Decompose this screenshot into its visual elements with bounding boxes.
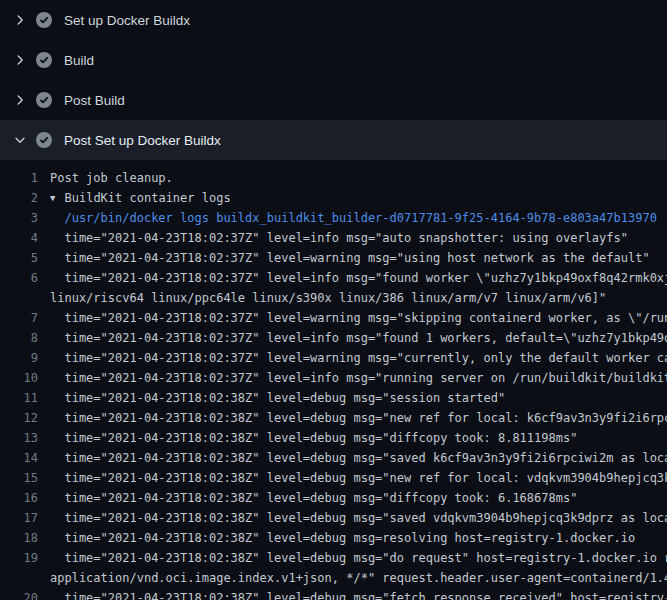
log-line-text: time="2021-04-23T18:02:38Z" level=debug … (50, 448, 667, 468)
step-row-set-up-docker-buildx[interactable]: Set up Docker Buildx (0, 0, 667, 40)
log-area: 1 Post job cleanup. 2 ▼BuildKit containe… (0, 160, 667, 600)
log-line-text: time="2021-04-23T18:02:37Z" level=info m… (50, 268, 667, 288)
log-line-number[interactable]: 2 (0, 188, 38, 208)
log-line-content: time="2021-04-23T18:02:37Z" level=warnin… (50, 311, 667, 325)
log-line: 7 time="2021-04-23T18:02:37Z" level=warn… (0, 308, 667, 328)
chevron-icon (12, 12, 28, 28)
log-line-number[interactable]: 4 (0, 228, 38, 248)
log-line-text: time="2021-04-23T18:02:37Z" level=info m… (50, 328, 667, 348)
chevron-icon (12, 52, 28, 68)
log-line-content: time="2021-04-23T18:02:38Z" level=debug … (50, 471, 667, 485)
log-line-number[interactable]: 14 (0, 448, 38, 468)
log-line-number[interactable]: 13 (0, 428, 38, 448)
log-line-text: time="2021-04-23T18:02:38Z" level=debug … (50, 428, 577, 448)
chevron-icon (12, 132, 28, 148)
log-line-text: /usr/bin/docker logs buildx_buildkit_bui… (50, 208, 657, 228)
check-circle-icon (36, 52, 52, 68)
log-line-number[interactable]: 18 (0, 528, 38, 548)
log-line-number[interactable]: 16 (0, 488, 38, 508)
log-line: 10 time="2021-04-23T18:02:37Z" level=inf… (0, 368, 667, 388)
log-line-content: time="2021-04-23T18:02:38Z" level=debug … (50, 531, 635, 545)
log-line: 16 time="2021-04-23T18:02:38Z" level=deb… (0, 488, 667, 508)
actions-log-viewer: Set up Docker Buildx Build (0, 0, 667, 600)
log-line-content: time="2021-04-23T18:02:37Z" level=info m… (50, 231, 628, 245)
log-line-number[interactable]: 10 (0, 368, 38, 388)
log-line: 20 time="2021-04-23T18:02:38Z" level=deb… (0, 588, 667, 600)
log-line-number[interactable]: 3 (0, 208, 38, 228)
log-line-content: time="2021-04-23T18:02:38Z" level=debug … (50, 411, 667, 425)
log-line-text: application/vnd.oci.image.index.v1+json,… (50, 568, 667, 588)
log-line: 1 Post job cleanup. (0, 168, 667, 188)
log-line: 3 /usr/bin/docker logs buildx_buildkit_b… (0, 208, 667, 228)
step-title: Build (64, 53, 94, 68)
log-line: application/vnd.oci.image.index.v1+json,… (0, 568, 667, 588)
log-line-number[interactable]: 17 (0, 508, 38, 528)
log-line-content: time="2021-04-23T18:02:38Z" level=debug … (50, 511, 667, 525)
check-circle-icon (36, 92, 52, 108)
log-line-content: time="2021-04-23T18:02:37Z" level=warnin… (50, 351, 667, 365)
log-line-text: Post job cleanup. (50, 168, 173, 188)
log-line-content: time="2021-04-23T18:02:38Z" level=debug … (50, 591, 667, 600)
log-line: 13 time="2021-04-23T18:02:38Z" level=deb… (0, 428, 667, 448)
log-line-content: linux/riscv64 linux/ppc64le linux/s390x … (50, 291, 606, 305)
log-line-text: time="2021-04-23T18:02:37Z" level=warnin… (50, 308, 667, 328)
log-line: 8 time="2021-04-23T18:02:37Z" level=info… (0, 328, 667, 348)
log-line-content: time="2021-04-23T18:02:38Z" level=debug … (50, 491, 577, 505)
log-line-text: time="2021-04-23T18:02:38Z" level=debug … (50, 488, 577, 508)
log-line-text: time="2021-04-23T18:02:37Z" level=info m… (50, 228, 628, 248)
log-line: 6 time="2021-04-23T18:02:37Z" level=info… (0, 268, 667, 288)
log-line-number[interactable]: 12 (0, 408, 38, 428)
log-line-content: time="2021-04-23T18:02:37Z" level=info m… (50, 371, 667, 385)
log-line-text: ▼BuildKit container logs (50, 188, 231, 208)
log-line-number[interactable] (0, 568, 38, 588)
log-line-content: time="2021-04-23T18:02:37Z" level=info m… (50, 271, 667, 285)
log-line-number[interactable]: 20 (0, 588, 38, 600)
log-line: 2 ▼BuildKit container logs (0, 188, 667, 208)
group-collapse-marker-icon[interactable]: ▼ (50, 188, 65, 208)
log-line-content: time="2021-04-23T18:02:38Z" level=debug … (50, 551, 667, 565)
log-line-content: BuildKit container logs (65, 191, 231, 205)
log-line-content: time="2021-04-23T18:02:37Z" level=info m… (50, 331, 667, 345)
log-line-number[interactable]: 8 (0, 328, 38, 348)
log-line: 4 time="2021-04-23T18:02:37Z" level=info… (0, 228, 667, 248)
log-line-number[interactable]: 7 (0, 308, 38, 328)
log-line-text: time="2021-04-23T18:02:37Z" level=warnin… (50, 248, 650, 268)
log-line-number[interactable]: 9 (0, 348, 38, 368)
log-line-text: time="2021-04-23T18:02:38Z" level=debug … (50, 528, 635, 548)
log-line: 19 time="2021-04-23T18:02:38Z" level=deb… (0, 548, 667, 568)
log-line-text: time="2021-04-23T18:02:37Z" level=warnin… (50, 348, 667, 368)
steps-list: Set up Docker Buildx Build (0, 0, 667, 160)
step-title: Post Set up Docker Buildx (64, 133, 221, 148)
log-line: 15 time="2021-04-23T18:02:38Z" level=deb… (0, 468, 667, 488)
step-row-post-set-up-docker-buildx[interactable]: Post Set up Docker Buildx (0, 120, 667, 160)
log-line-number[interactable]: 1 (0, 168, 38, 188)
log-line-number[interactable]: 5 (0, 248, 38, 268)
step-row-post-build[interactable]: Post Build (0, 80, 667, 120)
log-line-text: time="2021-04-23T18:02:38Z" level=debug … (50, 388, 505, 408)
log-line-text: time="2021-04-23T18:02:38Z" level=debug … (50, 468, 667, 488)
log-line-text: time="2021-04-23T18:02:38Z" level=debug … (50, 508, 667, 528)
log-line: 17 time="2021-04-23T18:02:38Z" level=deb… (0, 508, 667, 528)
log-line-content: Post job cleanup. (50, 171, 173, 185)
check-circle-icon (36, 12, 52, 28)
log-line-content: /usr/bin/docker logs buildx_buildkit_bui… (50, 211, 657, 225)
log-line: 9 time="2021-04-23T18:02:37Z" level=warn… (0, 348, 667, 368)
log-line-text: time="2021-04-23T18:02:38Z" level=debug … (50, 408, 667, 428)
log-line: 11 time="2021-04-23T18:02:38Z" level=deb… (0, 388, 667, 408)
log-line-number[interactable]: 11 (0, 388, 38, 408)
log-line-number[interactable]: 19 (0, 548, 38, 568)
log-line-text: time="2021-04-23T18:02:38Z" level=debug … (50, 588, 667, 600)
log-line: linux/riscv64 linux/ppc64le linux/s390x … (0, 288, 667, 308)
chevron-icon (12, 92, 28, 108)
log-line-text: linux/riscv64 linux/ppc64le linux/s390x … (50, 288, 606, 308)
log-line-content: time="2021-04-23T18:02:38Z" level=debug … (50, 451, 667, 465)
log-line-content: time="2021-04-23T18:02:37Z" level=warnin… (50, 251, 650, 265)
log-line-number[interactable]: 6 (0, 268, 38, 288)
log-line-number[interactable] (0, 288, 38, 308)
log-line-text: time="2021-04-23T18:02:37Z" level=info m… (50, 368, 667, 388)
log-line: 18 time="2021-04-23T18:02:38Z" level=deb… (0, 528, 667, 548)
step-row-build[interactable]: Build (0, 40, 667, 80)
log-line-number[interactable]: 15 (0, 468, 38, 488)
log-line: 12 time="2021-04-23T18:02:38Z" level=deb… (0, 408, 667, 428)
log-line: 5 time="2021-04-23T18:02:37Z" level=warn… (0, 248, 667, 268)
